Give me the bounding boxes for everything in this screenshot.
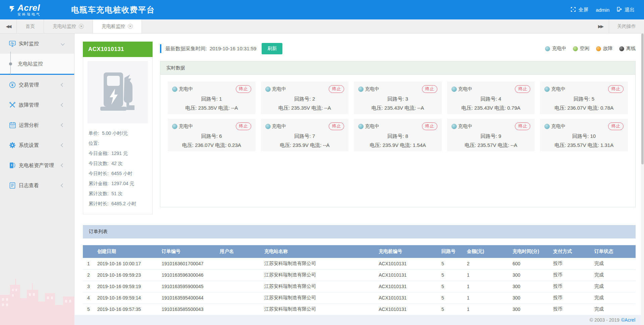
stat-value: 42 次 (111, 158, 122, 168)
logo-flag-icon (9, 5, 16, 14)
circuit-number-label: 回路号: (574, 96, 590, 102)
charging-status-dot (358, 87, 364, 92)
circuit-status: 充电中 (451, 86, 472, 92)
logout-button[interactable]: 退出 (617, 7, 635, 13)
charging-status-dot (451, 124, 457, 129)
vertical-scrollbar[interactable] (641, 34, 644, 325)
circuit-number-value: 2 (312, 96, 315, 102)
app-window: Acrel 安科瑞电气 电瓶车充电桩收费平台 全屏 admin 退出 ◀◀ (0, 0, 644, 325)
sidebar-item-label: 交易管理 (19, 82, 39, 88)
stat-label: 累计时长: (89, 199, 109, 209)
order-circuit: 5 (441, 258, 467, 269)
current-label: 电流: (405, 105, 416, 111)
calendar-icon (9, 122, 16, 128)
stop-charging-button[interactable]: 终止 (422, 122, 437, 130)
tree-dot (9, 62, 12, 65)
stop-charging-button[interactable]: 终止 (515, 85, 530, 93)
fullscreen-button[interactable]: 全屏 (571, 7, 588, 13)
username[interactable]: admin (596, 7, 609, 13)
circuit-number-label: 回路号: (201, 96, 218, 102)
voltage-label: 电压: (185, 105, 197, 111)
circuit-card: 充电中 终止 回路号: 9 电压: (447, 119, 535, 151)
sidebar-item-pile-assets[interactable]: 充电桩资产管理 (0, 155, 74, 175)
sidebar-item-faults[interactable]: 故障管理 (0, 95, 74, 115)
order-status: 完成 (594, 258, 636, 269)
station-stat-line: 单价: 5.00 小时/元 (88, 128, 148, 138)
sidebar-item-analytics[interactable]: 运营分析 (0, 115, 74, 135)
tabs-scroll-left-icon[interactable]: ◀◀ (0, 19, 17, 33)
order-user (220, 269, 264, 281)
order-row[interactable]: 1 2019-10-16 10:00:17 1910163601700047 江… (83, 258, 636, 269)
order-minutes: 300 (513, 292, 553, 304)
orders-section-title: 订单列表 (83, 225, 636, 238)
order-row[interactable]: 4 2019-10-16 09:59:14 1910163595400044 江… (83, 292, 636, 304)
stat-value: 6455 小时 (111, 168, 132, 178)
order-row[interactable]: 5 2019-10-16 09:57:35 1910163585500043 江… (83, 304, 636, 315)
sidebar-item-label: 日志查看 (19, 182, 39, 189)
column-header: 支付方式 (553, 245, 594, 258)
scrollbar-thumb[interactable] (641, 34, 644, 164)
tab-home[interactable]: 首页 (17, 19, 44, 33)
current-value: --A (324, 105, 331, 111)
chevron-left-icon (61, 103, 64, 107)
chevron-left-icon (61, 83, 64, 87)
stop-charging-button[interactable]: 终止 (329, 85, 344, 93)
stop-charging-button[interactable]: 终止 (236, 122, 251, 130)
tab-pile-monitor[interactable]: 充电桩监控 ✕ (93, 19, 142, 33)
charging-status-dot (172, 87, 177, 92)
collect-time-value: 2019-10-16 10:31:59 (210, 46, 256, 52)
stop-charging-button[interactable]: 终止 (515, 122, 530, 130)
tab-label: 充电站监控 (53, 23, 76, 30)
sidebar-item-station-monitor[interactable]: 充电站监控 (0, 54, 74, 74)
circuit-status-label: 充电中 (272, 86, 286, 92)
refresh-button[interactable]: 刷新 (262, 43, 282, 54)
logo-secondary-text: 安科瑞电气 (17, 13, 41, 16)
current-value: --A (231, 105, 238, 111)
current-label: 电流: (494, 105, 506, 111)
circuit-number-value: 10 (590, 133, 596, 139)
order-row[interactable]: 2 2019-10-16 09:59:23 1910163596300046 江… (83, 269, 636, 281)
stop-charging-button[interactable]: 终止 (608, 122, 624, 130)
circuit-status-label: 充电中 (179, 123, 193, 129)
sidebar-item-logs[interactable]: 日志查看 (0, 175, 74, 196)
stop-charging-button[interactable]: 终止 (608, 85, 624, 93)
order-amount: 1 (467, 304, 513, 315)
circuit-status-label: 充电中 (365, 123, 379, 129)
order-circuit: 5 (441, 281, 467, 292)
brand-link[interactable]: ©Acrel (621, 317, 635, 323)
city-skyline-decoration (0, 265, 74, 325)
circuit-number-label: 回路号: (387, 96, 404, 102)
chevron-left-icon (61, 123, 64, 127)
offline-status-dot (619, 46, 624, 51)
stop-charging-button[interactable]: 终止 (329, 122, 344, 130)
circuit-status-label: 充电中 (458, 86, 472, 92)
stop-charging-button[interactable]: 终止 (236, 85, 251, 93)
column-header-index (83, 245, 97, 258)
voltage-value: 235.57V (478, 142, 496, 148)
current-label: 电流: (400, 142, 411, 148)
station-stat-line: 今日金额: 1291 元 (88, 148, 148, 158)
sidebar-item-realtime-monitor[interactable]: 实时监控 (0, 34, 74, 54)
stop-charging-button[interactable]: 终止 (422, 85, 437, 93)
legend-idle: 空闲 (573, 46, 589, 52)
order-station: 江苏安科瑞制造有限公司 (264, 304, 379, 315)
close-operations-button[interactable]: 关闭操作 (609, 19, 644, 33)
order-pay-method: 投币 (553, 258, 594, 269)
sidebar-item-transactions[interactable]: 交易管理 (0, 75, 74, 95)
voltage-value: 235.57V (568, 142, 586, 148)
circuit-number-value: 5 (592, 96, 594, 102)
tab-close-icon[interactable]: ✕ (128, 24, 133, 29)
order-amount: 1 (467, 281, 513, 292)
circuit-card: 充电中 终止 回路号: 5 电压: (540, 82, 628, 114)
order-pile: ACX1010131 (379, 292, 441, 304)
order-amount: 1 (467, 269, 513, 281)
order-status: 完成 (594, 281, 636, 292)
tabs-scroll-right-icon[interactable]: ▶▶ (592, 19, 609, 33)
station-id-header: ACX1010131 (83, 42, 153, 57)
sidebar-item-label: 故障管理 (19, 102, 39, 108)
sidebar-item-settings[interactable]: 系统设置 (0, 135, 74, 155)
tab-station-monitor[interactable]: 充电站监控 ✕ (44, 19, 93, 33)
page-title: 电瓶车充电桩收费平台 (71, 5, 155, 15)
order-row[interactable]: 3 2019-10-16 09:59:19 1910163595900045 江… (83, 281, 636, 292)
tab-close-icon[interactable]: ✕ (79, 24, 84, 29)
